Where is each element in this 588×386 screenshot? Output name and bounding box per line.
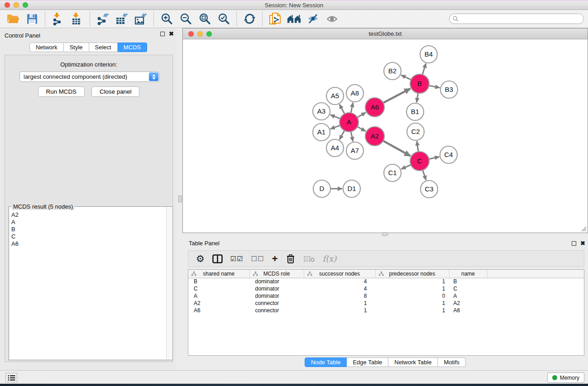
graph-node-B1[interactable]: B1 [406, 103, 424, 120]
table-cell[interactable]: 1 [375, 278, 449, 285]
table-cell[interactable]: dominator [249, 278, 304, 285]
column-header-successor-nodes[interactable]: successor nodes [304, 270, 375, 278]
table-cell[interactable] [487, 307, 584, 314]
criterion-select[interactable]: largest connected component (directed) [19, 71, 159, 82]
network-window-titlebar[interactable]: testGlobe.txt [183, 29, 588, 39]
graph-node-A6[interactable]: A6 [365, 98, 384, 117]
settings-gear-icon[interactable]: ⚙ [196, 254, 205, 263]
graph-node-A5[interactable]: A5 [326, 87, 344, 105]
table-row[interactable]: A2connector11A2 [188, 300, 584, 307]
table-cell[interactable] [487, 285, 584, 292]
table-cell[interactable]: A6 [449, 307, 487, 314]
table-cell[interactable]: dominator [249, 292, 304, 300]
table-cell[interactable]: A2 [188, 300, 249, 307]
select-all-columns-icon[interactable]: ☑☑ [230, 255, 244, 263]
tab-network-table[interactable]: Network Table [388, 357, 438, 367]
graph-node-C2[interactable]: C2 [407, 123, 424, 140]
float-table-panel-icon[interactable] [572, 241, 576, 246]
table-cell[interactable]: 8 [304, 292, 375, 300]
tab-node-table[interactable]: Node Table [305, 357, 347, 367]
zoom-selected-icon[interactable] [216, 12, 231, 26]
horizontal-splitter-handle[interactable] [382, 232, 388, 236]
import-table-icon[interactable] [70, 12, 84, 26]
search-field[interactable] [449, 14, 584, 24]
close-panel-icon[interactable]: ✖ [169, 32, 174, 36]
column-header-shared-name[interactable]: shared name [188, 270, 249, 278]
tab-style[interactable]: Style [64, 43, 89, 52]
show-graphics-details-icon[interactable] [325, 12, 339, 26]
unselect-all-columns-icon[interactable]: ☐☐ [251, 255, 264, 263]
table-cell[interactable]: B [188, 278, 249, 285]
table-cell[interactable] [487, 278, 584, 285]
table-cell[interactable]: 1 [304, 300, 375, 307]
graph-node-A3[interactable]: A3 [313, 103, 330, 120]
table-row[interactable]: Bdominator41B [188, 278, 584, 285]
zoom-in-icon[interactable] [159, 12, 174, 26]
graph-node-D1[interactable]: D1 [343, 180, 360, 197]
graph-node-B[interactable]: B [410, 74, 429, 93]
graph-node-A4[interactable]: A4 [326, 139, 344, 157]
table-row[interactable]: Cdominator41C [188, 285, 584, 292]
graph-node-C4[interactable]: C4 [440, 146, 457, 163]
mcds-result-item[interactable]: A2 [10, 211, 166, 219]
graph-node-A8[interactable]: A8 [346, 85, 363, 102]
split-view-icon[interactable] [212, 254, 223, 263]
table-cell[interactable]: 1 [304, 307, 375, 314]
table-cell[interactable]: 4 [304, 285, 375, 292]
hide-graphics-details-icon[interactable] [306, 12, 320, 26]
network-canvas[interactable]: AA1A2A3A4A5A6A7A8BB1B2B3B4CC1C2C3C4DD1 [183, 39, 588, 233]
open-session-folder-icon[interactable] [6, 12, 20, 26]
graph-node-C1[interactable]: C1 [384, 164, 401, 181]
table-row[interactable]: A6connector11A6 [188, 307, 584, 314]
mcds-result-item[interactable]: A6 [10, 240, 166, 248]
export-image-icon[interactable] [134, 12, 148, 26]
graph-node-C3[interactable]: C3 [421, 181, 438, 198]
export-table-icon[interactable] [115, 12, 129, 26]
search-input[interactable] [460, 14, 583, 23]
table-cell[interactable]: A [449, 292, 487, 300]
delete-table-icon[interactable] [303, 255, 315, 262]
window-resize-grip[interactable] [580, 225, 587, 232]
column-header-name[interactable]: name [449, 270, 487, 278]
graph-node-A1[interactable]: A1 [313, 124, 330, 141]
table-cell[interactable]: 4 [304, 278, 375, 285]
mcds-result-item[interactable]: C [10, 233, 166, 240]
run-mcds-button[interactable]: Run MCDS [38, 86, 85, 97]
tab-edge-table[interactable]: Edge Table [347, 357, 388, 367]
table-cell[interactable] [487, 300, 584, 307]
mcds-result-scrollbar[interactable] [166, 207, 172, 359]
mcds-result-item[interactable]: B [10, 226, 166, 233]
vertical-splitter-handle[interactable] [178, 195, 182, 202]
table-cell[interactable] [487, 292, 584, 300]
export-network-icon[interactable] [96, 12, 110, 26]
graph-node-D[interactable]: D [313, 180, 330, 197]
table-cell[interactable]: A2 [449, 300, 487, 307]
graph-node-B3[interactable]: B3 [440, 81, 458, 98]
graph-node-B4[interactable]: B4 [420, 46, 437, 63]
table-cell[interactable]: 0 [375, 292, 449, 300]
memory-button[interactable]: Memory [547, 372, 584, 383]
column-header-mcds-role[interactable]: MCDS role [249, 270, 304, 278]
tab-select[interactable]: Select [89, 43, 118, 52]
graph-node-A2[interactable]: A2 [365, 127, 384, 146]
zoom-out-icon[interactable] [178, 12, 193, 26]
table-cell[interactable]: B [449, 278, 487, 285]
close-table-panel-icon[interactable]: ✖ [580, 241, 585, 246]
float-panel-icon[interactable] [160, 32, 165, 36]
add-column-icon[interactable]: + [272, 255, 278, 263]
node-table[interactable]: shared name MCDS role successor nodes pr… [188, 269, 584, 356]
graph-node-B2[interactable]: B2 [384, 62, 401, 80]
table-cell[interactable]: A6 [188, 307, 249, 314]
table-cell[interactable]: connector [249, 307, 304, 314]
tab-motifs[interactable]: Motifs [438, 357, 466, 367]
graph-node-A7[interactable]: A7 [346, 142, 363, 159]
table-cell[interactable]: dominator [249, 285, 304, 292]
show-tasks-list-button[interactable] [5, 373, 17, 382]
import-network-icon[interactable] [51, 12, 65, 26]
function-builder-icon[interactable]: f(x) [323, 254, 337, 263]
table-cell[interactable]: 1 [375, 307, 449, 314]
graph-node-C[interactable]: C [410, 152, 429, 171]
graph-node-A[interactable]: A [339, 113, 359, 132]
table-cell[interactable]: A [188, 292, 249, 300]
apply-layout-refresh-icon[interactable] [242, 12, 257, 26]
